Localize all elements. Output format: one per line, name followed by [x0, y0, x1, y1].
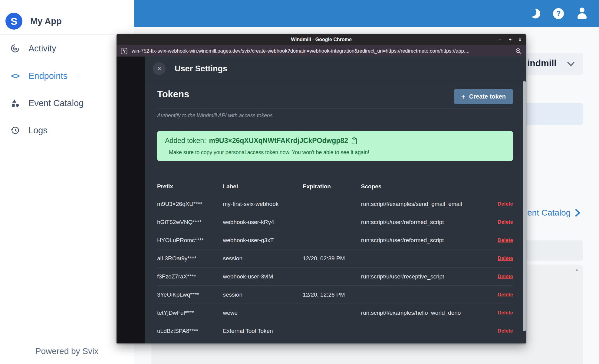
divider [157, 109, 513, 109]
close-window-button[interactable]: x [519, 37, 521, 42]
drawer-title: User Settings [175, 64, 227, 73]
token-created-alert: Added token: m9U3×26qXUXqNWtFAKrdjJCkPOd… [157, 131, 513, 161]
token-prefix-cell: tetYjDwFul**** [157, 310, 223, 316]
url-text[interactable]: win-752-fix-svix-webhook-win.windmill.pa… [132, 48, 511, 54]
token-row: f3FzoZ7raX**** webhook-user-3vlM run:scr… [157, 268, 513, 286]
alert-label: Added token: [165, 137, 206, 145]
help-icon[interactable]: ? [553, 8, 564, 19]
delete-token-link[interactable]: Delete [498, 310, 513, 316]
token-scopes-cell: run:script/u/user/reformed_script [361, 237, 490, 244]
token-prefix-cell: aiL3ROat9y**** [157, 255, 223, 262]
page-backdrop [117, 57, 145, 343]
token-prefix-cell: f3FzoZ7raX**** [157, 273, 223, 280]
tokens-table: Prefix Label Expiration Scopes m9U3×26qX… [157, 178, 513, 343]
event-catalog-link[interactable]: ent Catalog [527, 208, 581, 218]
sidebar-item-label: Logs [28, 125, 48, 135]
delete-token-link[interactable]: Delete [498, 274, 513, 280]
token-expiration-cell: 12/20, 02:39 PM [303, 255, 361, 262]
token-value: m9U3×26qXUXqNWtFAKrdjJCkPOdwgp82 [209, 137, 348, 145]
token-label-cell: webhook-user-3vlM [223, 273, 303, 280]
alert-note: Make sure to copy your personal access t… [165, 149, 505, 156]
sidebar: S My App Activity <> Endpoints Event Cat… [0, 0, 134, 364]
user-account-icon[interactable] [577, 8, 587, 20]
col-header-prefix: Prefix [157, 183, 223, 190]
token-row: m9U3×26qXU**** my-first-svix-webhook run… [157, 195, 513, 213]
code-brackets-icon: <> [10, 71, 21, 81]
token-row: 3YeOiKpLwq**** session 12/20, 12:26 PM D… [157, 286, 513, 304]
create-token-button[interactable]: + Create token [454, 89, 513, 104]
col-header-expiration: Expiration [303, 183, 361, 190]
token-scopes-cell: run:script/u/user/receptive_script [361, 273, 490, 280]
token-label-cell: session [223, 291, 303, 298]
sidebar-item-logs[interactable]: Logs [0, 117, 134, 144]
token-label-cell: webhook-user-kRy4 [223, 219, 303, 226]
token-expiration-cell: 12/20, 12:26 PM [303, 291, 361, 298]
token-prefix-cell: m9U3×26qXU**** [157, 201, 223, 207]
token-prefix-cell: hGiT52wVNQ**** [157, 219, 223, 226]
sidebar-item-label: Activity [28, 44, 56, 54]
tokens-heading: Tokens [157, 89, 189, 100]
sidebar-item-endpoints[interactable]: <> Endpoints [0, 62, 134, 89]
app-title: My App [30, 16, 62, 26]
chrome-window: Windmill - Google Chrome – + x win-752-f… [117, 34, 526, 343]
chevron-right-icon [575, 209, 581, 217]
delete-token-link[interactable]: Delete [498, 255, 513, 262]
token-row: HYOLuPRomc**** webhook-user-g3xT run:scr… [157, 231, 513, 249]
workspace-name: indmill [527, 58, 557, 68]
sidebar-item-label: Event Catalog [28, 98, 84, 108]
powered-by-svix: Powered by Svix [0, 346, 134, 356]
scroll-up-arrow-icon[interactable]: ▲ [574, 267, 579, 272]
token-row: i9AiXYkJRd**** whatever Delete [157, 340, 513, 343]
token-prefix-cell: 3YeOiKpLwq**** [157, 291, 223, 298]
app-brand: S My App [0, 0, 134, 34]
token-label-cell: session [223, 255, 303, 262]
window-title: Windmill - Google Chrome [117, 37, 526, 42]
delete-token-link[interactable]: Delete [498, 219, 513, 225]
token-scopes-cell: run:script/f/examples/hello_world_deno [361, 310, 490, 316]
site-settings-icon[interactable] [121, 48, 127, 54]
svix-logo-icon: S [5, 13, 22, 30]
token-row: aiL3ROat9y**** session 12/20, 02:39 PM D… [157, 249, 513, 268]
token-prefix-cell: HYOLuPRomc**** [157, 237, 223, 244]
dark-mode-icon[interactable] [531, 9, 540, 18]
user-settings-drawer: × User Settings Tokens + Create token Au… [145, 57, 526, 343]
zoom-icon[interactable] [515, 48, 522, 54]
maximize-button[interactable]: + [509, 37, 512, 42]
browser-scrollbar-thumb[interactable] [523, 81, 526, 331]
activity-icon [10, 44, 21, 53]
shapes-icon [10, 98, 21, 108]
sidebar-item-event-catalog[interactable]: Event Catalog [0, 89, 134, 117]
plus-icon: + [461, 94, 466, 99]
create-token-label: Create token [469, 93, 506, 100]
delete-token-link[interactable]: Delete [498, 201, 513, 207]
delete-token-link[interactable]: Delete [498, 328, 513, 334]
tokens-subtitle: Authentify to the Windmill API with acce… [157, 112, 513, 119]
token-row: tetYjDwFul**** wewe run:script/f/example… [157, 304, 513, 322]
address-bar[interactable]: win-752-fix-svix-webhook-win.windmill.pa… [117, 45, 526, 57]
token-prefix-cell: uLdBztSPA8**** [157, 328, 223, 334]
chevron-down-icon [566, 61, 576, 67]
history-icon [10, 125, 21, 135]
token-row: hGiT52wVNQ**** webhook-user-kRy4 run:scr… [157, 213, 513, 231]
col-header-label: Label [223, 183, 303, 190]
minimize-button[interactable]: – [499, 37, 502, 42]
sidebar-item-activity[interactable]: Activity [0, 35, 134, 62]
browser-viewport: × User Settings Tokens + Create token Au… [117, 57, 526, 343]
event-catalog-link-label: ent Catalog [527, 208, 571, 218]
token-scopes-cell: run:script/u/user/reformed_script [361, 219, 490, 226]
token-label-cell: External Tool Token [223, 328, 303, 334]
delete-token-link[interactable]: Delete [498, 292, 513, 298]
window-titlebar[interactable]: Windmill - Google Chrome – + x [117, 34, 526, 45]
clipboard-icon[interactable] [351, 137, 357, 145]
close-drawer-button[interactable]: × [153, 62, 166, 75]
sidebar-item-label: Endpoints [28, 71, 67, 81]
token-label-cell: my-first-svix-webhook [223, 201, 303, 207]
top-bar: ? [134, 0, 599, 27]
col-header-scopes: Scopes [361, 183, 490, 190]
token-row: uLdBztSPA8**** External Tool Token Delet… [157, 322, 513, 340]
token-label-cell: webhook-user-g3xT [223, 237, 303, 244]
token-label-cell: wewe [223, 310, 303, 316]
delete-token-link[interactable]: Delete [498, 237, 513, 243]
token-scopes-cell: run:script/f/examples/send_gmail_email [361, 201, 490, 207]
